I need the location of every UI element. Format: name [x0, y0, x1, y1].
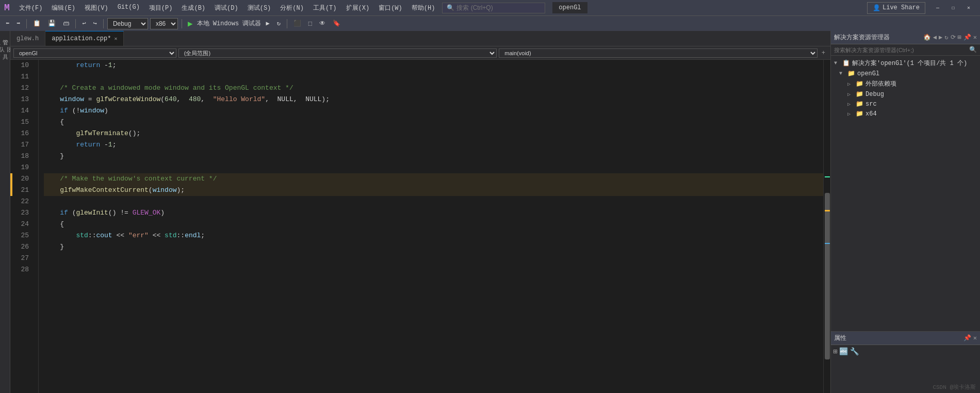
toolbar-back-btn[interactable]: ⬅ — [3, 19, 12, 28]
properties-panel: 属性 📌 ✕ ⊞ 🔤 🔧 CSDN @埃卡洛斯 — [831, 331, 980, 393]
line-num-11: 11 — [10, 71, 33, 83]
toolbar-saveall-btn[interactable]: 🗃 — [60, 19, 72, 28]
code-line-28 — [44, 264, 823, 275]
toolbar-step-btn[interactable]: ⬚ — [306, 19, 315, 28]
toolbar-rotate-btn[interactable]: ↻ — [274, 19, 283, 28]
solution-explorer-title: 解决方案资源管理器 — [834, 33, 923, 42]
toolbar-forward-btn[interactable]: ➡ — [14, 19, 23, 28]
panel-icon-home[interactable]: 🏠 — [923, 34, 931, 41]
member-dropdown[interactable]: main(void) — [499, 48, 818, 58]
menu-git[interactable]: Git(G) — [113, 2, 144, 14]
panel-icon-refresh[interactable]: ↻ — [944, 34, 948, 41]
panel-icon-pin[interactable]: 📌 — [963, 34, 971, 41]
live-share-button[interactable]: 👤 Live Share — [867, 2, 925, 14]
menu-analyze[interactable]: 分析(N) — [276, 2, 308, 14]
tree-icon-extdeps: 📁 — [856, 80, 863, 88]
props-grid-icon[interactable]: ⊞ — [833, 347, 837, 356]
code-line-16: glfwTerminate(); — [44, 128, 823, 139]
props-icon-close[interactable]: ✕ — [973, 334, 977, 342]
menu-edit[interactable]: 编辑(E) — [47, 2, 79, 14]
filepath-bar: openGl (全局范围) main(void) + — [10, 46, 830, 60]
tree-item-x64[interactable]: ▷ 📁 x64 — [831, 109, 980, 119]
toolbar-separator-2 — [75, 19, 76, 28]
props-wrench-icon[interactable]: 🔧 — [850, 347, 859, 356]
vs-logo: M — [4, 3, 10, 13]
activity-bar: 资源管理器 团队 工具箱 — [0, 31, 10, 393]
panel-icon-close[interactable]: ✕ — [973, 34, 977, 41]
tree-icon-opengl: 📁 — [847, 70, 855, 77]
solution-search-bar[interactable]: 🔍 — [831, 44, 980, 56]
panel-icon-sync[interactable]: ⟳ — [951, 34, 956, 41]
menu-tools[interactable]: 工具(T) — [309, 2, 341, 14]
toolbar-run2-btn[interactable]: ▶ — [263, 19, 272, 28]
tree-item-extdeps[interactable]: ▷ 📁 外部依赖项 — [831, 78, 980, 89]
line-num-14: ⊟14 — [10, 105, 33, 117]
props-icon-pin[interactable]: 📌 — [963, 334, 971, 342]
search-input[interactable] — [456, 4, 534, 11]
menu-window[interactable]: 窗口(W) — [374, 2, 406, 14]
menu-extensions[interactable]: 扩展(X) — [342, 2, 374, 14]
line-num-23: ⊟23 — [10, 207, 33, 219]
right-panel: 解决方案资源管理器 🏠 ◀ ▶ ↻ ⟳ ⊞ 📌 ✕ 🔍 — [830, 31, 980, 393]
tree-arrow-debug: ▷ — [847, 91, 856, 97]
main-layout: 资源管理器 团队 工具箱 glew.h application.cpp* ✕ o… — [0, 31, 980, 393]
close-button[interactable]: ✕ — [961, 3, 976, 13]
line-num-15: 15 — [10, 117, 33, 128]
code-editor[interactable]: 10 11 12 13 ⊟14 15 16 17 18 19 20 21 22 — [10, 60, 830, 393]
line-num-26: 26 — [10, 241, 33, 253]
scrollbar-thumb[interactable] — [825, 193, 830, 359]
code-line-13: window = glfwCreateWindow(640, 480, "Hel… — [44, 94, 823, 105]
toolbar-redo-btn[interactable]: ↪ — [91, 19, 100, 28]
minimize-button[interactable]: — — [930, 3, 945, 13]
menu-debug[interactable]: 调试(D) — [210, 2, 242, 14]
menu-file[interactable]: 文件(F) — [15, 2, 47, 14]
tree-arrow-extdeps: ▷ — [847, 81, 856, 87]
menu-help[interactable]: 帮助(H) — [407, 2, 439, 14]
line-num-18: 18 — [10, 151, 33, 162]
tree-item-src[interactable]: ▷ 📁 src — [831, 99, 980, 109]
line-numbers: 10 11 12 13 ⊟14 15 16 17 18 19 20 21 22 — [10, 60, 39, 393]
debug-config-dropdown[interactable]: Debug Release — [107, 18, 148, 29]
toolbar-separator-4 — [182, 19, 182, 28]
toolbar-bookmark-btn[interactable]: 🔖 — [330, 19, 343, 28]
run-label[interactable]: 本地 Windows 调试器 — [197, 19, 262, 28]
menu-build[interactable]: 生成(B) — [177, 2, 209, 14]
menu-view[interactable]: 视图(V) — [80, 2, 112, 14]
filepath-add-btn[interactable]: + — [820, 48, 827, 58]
search-box[interactable]: 🔍 — [442, 3, 545, 13]
solution-explorer-header: 解决方案资源管理器 🏠 ◀ ▶ ↻ ⟳ ⊞ 📌 ✕ — [831, 31, 980, 44]
tree-item-debug[interactable]: ▷ 📁 Debug — [831, 89, 980, 99]
menu-project[interactable]: 项目(P) — [145, 2, 177, 14]
scope-dropdown[interactable]: openGl — [13, 48, 176, 58]
props-sort-icon[interactable]: 🔤 — [839, 347, 848, 356]
code-content[interactable]: return -1; /* Create a windowed mode win… — [39, 60, 823, 393]
toolbar-new-btn[interactable]: 📋 — [30, 19, 43, 28]
tab-application[interactable]: application.cpp* ✕ — [45, 31, 124, 46]
toolbar-undo-btn[interactable]: ↩ — [79, 19, 88, 28]
panel-icon-forward[interactable]: ▶ — [939, 34, 942, 41]
line-num-28: 28 — [10, 264, 33, 275]
tree-icon-solution: 📋 — [842, 59, 850, 67]
editor-scrollbar[interactable] — [823, 60, 830, 393]
toolbar-save-btn[interactable]: 💾 — [45, 19, 58, 28]
toolbar-separator-5 — [287, 19, 287, 28]
solution-search-icon[interactable]: 🔍 — [969, 46, 977, 54]
solution-search-input[interactable] — [834, 47, 967, 53]
tree-item-solution[interactable]: ▼ 📋 解决方案'openGl'(1 个项目/共 1 个) — [831, 58, 980, 69]
tree-item-opengl[interactable]: ▼ 📁 openGl — [831, 69, 980, 78]
tab-glew[interactable]: glew.h — [10, 31, 45, 46]
toolbar-breakpoint-btn[interactable]: ⬛ — [291, 19, 304, 28]
arch-dropdown[interactable]: x86 x64 — [150, 18, 178, 29]
line-num-24: 24 — [10, 219, 33, 230]
panel-icon-grid[interactable]: ⊞ — [958, 34, 961, 41]
panel-icon-back[interactable]: ◀ — [933, 34, 937, 41]
context-dropdown[interactable]: (全局范围) — [178, 48, 497, 58]
solution-tree: ▼ 📋 解决方案'openGl'(1 个项目/共 1 个) ▼ 📁 openGl… — [831, 56, 980, 331]
maximize-button[interactable]: ☐ — [946, 3, 960, 13]
tab-application-close[interactable]: ✕ — [114, 36, 117, 42]
code-line-26: } — [44, 241, 823, 253]
toolbar: ⬅ ➡ 📋 💾 🗃 ↩ ↪ Debug Release x86 x64 ▶ 本地… — [0, 15, 980, 31]
run-button[interactable]: ▶ — [186, 19, 195, 29]
menu-test[interactable]: 测试(S) — [243, 2, 275, 14]
toolbar-watch-btn[interactable]: 👁 — [317, 19, 328, 28]
